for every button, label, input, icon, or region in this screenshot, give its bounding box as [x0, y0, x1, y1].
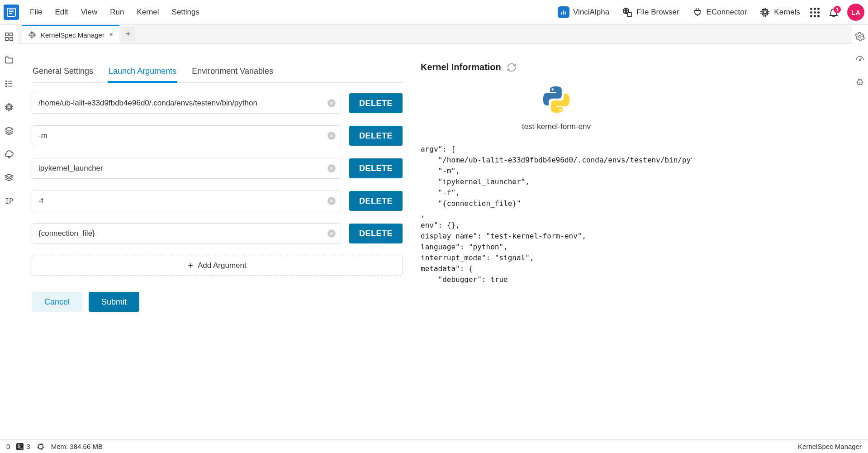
tool-kernels[interactable]: Kernels: [759, 7, 800, 18]
add-argument-button[interactable]: + Add Argument: [32, 256, 403, 276]
tool-econnector[interactable]: EConnector: [692, 7, 747, 18]
close-icon[interactable]: ×: [109, 31, 113, 39]
chip-icon[interactable]: [4, 102, 14, 113]
svg-rect-9: [5, 38, 8, 40]
argument-list: ✕ DELETE ✕ DELETE ✕: [32, 93, 403, 244]
svg-rect-2: [563, 10, 564, 14]
svg-rect-15: [8, 106, 10, 109]
svg-rect-22: [38, 444, 43, 448]
tool-label: Kernels: [774, 8, 800, 17]
action-buttons: Cancel Submit: [32, 292, 403, 312]
folder-icon[interactable]: [4, 55, 14, 66]
clear-icon[interactable]: ✕: [327, 99, 336, 107]
bug-icon[interactable]: [854, 76, 865, 87]
tab-kernelspec-manager[interactable]: KernelSpec Manager ×: [22, 25, 119, 43]
ip-label-icon[interactable]: IP: [4, 196, 14, 207]
svg-point-19: [859, 35, 861, 38]
list-icon[interactable]: [4, 78, 14, 89]
argument-row: ✕ DELETE: [32, 93, 403, 114]
clear-icon[interactable]: ✕: [327, 229, 336, 238]
tool-label: VinciAlpha: [573, 8, 609, 17]
argument-row: ✕ DELETE: [32, 223, 403, 244]
gear-icon[interactable]: [854, 31, 865, 42]
launch-args-panel: General Settings Launch Arguments Enviro…: [32, 62, 403, 430]
chart-icon: [558, 6, 569, 18]
argument-input[interactable]: [32, 223, 341, 244]
chip-icon: [28, 31, 36, 39]
app-launcher-icon[interactable]: [809, 7, 820, 18]
delete-button[interactable]: DELETE: [349, 191, 403, 211]
cancel-button[interactable]: Cancel: [32, 292, 82, 312]
terminal-count: 3: [26, 443, 30, 450]
menu-view[interactable]: View: [76, 5, 103, 19]
argument-row: ✕ DELETE: [32, 158, 403, 179]
tool-file-browser[interactable]: File Browser: [622, 7, 679, 18]
dashboard-icon[interactable]: [4, 31, 14, 42]
status-memory: Mem: 384.66 MB: [51, 443, 103, 450]
svg-rect-1: [561, 12, 562, 14]
clear-icon[interactable]: ✕: [327, 132, 336, 140]
avatar[interactable]: LA: [847, 4, 864, 21]
svg-point-16: [8, 157, 10, 158]
refresh-icon[interactable]: [507, 62, 517, 72]
status-zero[interactable]: 0: [6, 443, 10, 450]
submit-button[interactable]: Submit: [89, 292, 139, 312]
svg-point-20: [859, 59, 861, 61]
tool-label: File Browser: [636, 8, 679, 17]
svg-rect-6: [764, 11, 766, 14]
notifications-icon[interactable]: 1: [828, 7, 839, 18]
status-bar: 0 $_ 3 Mem: 384.66 MB KernelSpec Manager: [0, 439, 868, 453]
menu-items: File Edit View Run Kernel Settings: [24, 5, 205, 19]
add-tab-button[interactable]: +: [121, 27, 135, 42]
kernel-name: test-kernel-form-env: [421, 122, 692, 131]
chip-icon: [759, 7, 770, 18]
add-argument-label: Add Argument: [198, 261, 247, 270]
tab-general-settings[interactable]: General Settings: [32, 62, 94, 82]
delete-button[interactable]: DELETE: [349, 224, 403, 243]
terminal-icon: $_: [16, 443, 24, 450]
svg-rect-17: [30, 33, 34, 37]
svg-point-13: [6, 86, 7, 87]
clear-icon[interactable]: ✕: [327, 197, 336, 205]
plus-icon: +: [188, 261, 193, 271]
stack-icon[interactable]: [4, 172, 14, 183]
svg-rect-8: [10, 33, 13, 36]
status-right-label: KernelSpec Manager: [798, 443, 862, 450]
delete-button[interactable]: DELETE: [349, 158, 403, 178]
tab-environment-variables[interactable]: Environment Variables: [191, 62, 274, 82]
argument-input[interactable]: [32, 93, 341, 114]
tab-launch-arguments[interactable]: Launch Arguments: [108, 62, 177, 82]
svg-rect-5: [762, 10, 768, 15]
svg-rect-7: [5, 33, 8, 36]
gauge-icon[interactable]: [854, 54, 865, 65]
status-kernel-icon[interactable]: [37, 443, 45, 451]
svg-point-12: [6, 83, 7, 84]
svg-rect-3: [565, 12, 566, 15]
clear-icon[interactable]: ✕: [327, 164, 336, 172]
menu-run[interactable]: Run: [104, 5, 129, 19]
delete-button[interactable]: DELETE: [349, 126, 403, 146]
cloud-icon[interactable]: [4, 149, 14, 160]
tool-label: EConnector: [707, 8, 747, 17]
argument-row: ✕ DELETE: [32, 191, 403, 211]
right-rail: [852, 25, 868, 439]
python-logo-icon: [421, 83, 692, 116]
delete-button[interactable]: DELETE: [349, 93, 403, 113]
argument-input[interactable]: [32, 191, 341, 211]
layers-icon[interactable]: [4, 125, 14, 136]
menu-edit[interactable]: Edit: [49, 5, 73, 19]
menu-settings[interactable]: Settings: [166, 5, 205, 19]
status-terminal[interactable]: $_ 3: [16, 443, 30, 450]
kernel-info-title: Kernel Information: [421, 62, 501, 72]
tool-vincialpha[interactable]: VinciAlpha: [558, 6, 609, 18]
app-logo[interactable]: [4, 5, 19, 20]
tab-title: KernelSpec Manager: [41, 31, 104, 39]
menu-kernel[interactable]: Kernel: [131, 5, 164, 19]
argument-input[interactable]: [32, 125, 341, 146]
svg-point-11: [6, 81, 7, 82]
left-rail: IP: [0, 25, 18, 439]
argument-input[interactable]: [32, 158, 341, 179]
top-menu-bar: File Edit View Run Kernel Settings Vinci…: [0, 0, 868, 25]
menu-file[interactable]: File: [24, 5, 47, 19]
plug-icon: [692, 7, 703, 18]
